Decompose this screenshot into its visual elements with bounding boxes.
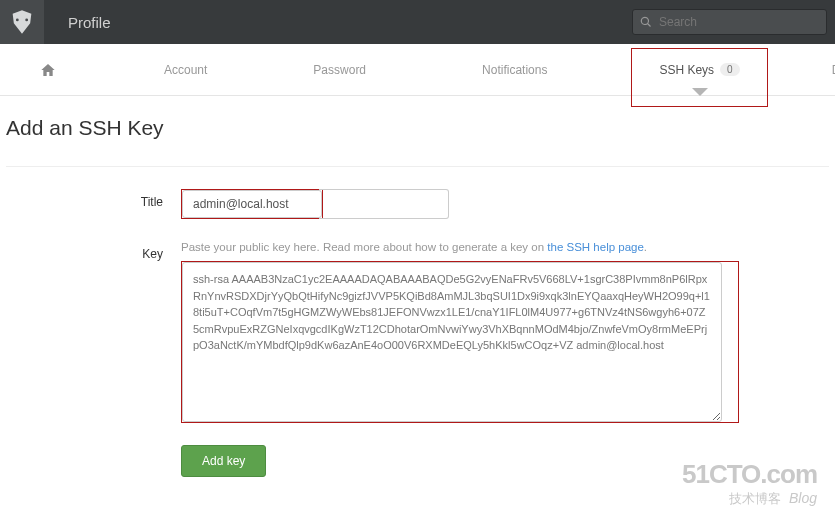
topbar: Profile [0,0,835,44]
watermark: 51CTO.com 技术博客Blog [682,459,817,508]
fox-icon [8,8,36,36]
content: Add an SSH Key Title Key Paste your publ… [0,96,835,519]
row-key: Key Paste your public key here. Read mor… [6,241,829,423]
search-input[interactable] [632,9,827,35]
tab-home[interactable] [0,44,96,95]
ssh-keys-count-badge: 0 [720,63,740,76]
row-title: Title [6,189,829,219]
home-icon [40,62,56,78]
key-textarea[interactable]: ssh-rsa AAAAB3NzaC1yc2EAAAADAQABAAABAQDe… [182,262,722,422]
watermark-sub: 技术博客Blog [682,490,817,508]
highlight-box: ssh-rsa AAAAB3NzaC1yc2EAAAADAQABAAABAQDe… [181,261,739,423]
tabs: Account Password Notifications SSH Keys … [0,44,835,96]
search-icon [640,16,652,28]
tab-account[interactable]: Account [136,44,235,95]
key-help-text: Paste your public key here. Read more ab… [181,241,739,253]
highlight-box [181,189,323,219]
add-key-button[interactable]: Add key [181,445,266,477]
search-wrap [632,9,827,35]
app-logo[interactable] [0,0,44,44]
divider [6,166,829,167]
key-label: Key [6,241,181,423]
tab-ssh-keys[interactable]: SSH Keys 0 [625,44,773,95]
ssh-help-link[interactable]: the SSH help page [547,241,644,253]
page-heading: Add an SSH Key [6,116,829,140]
tab-ssh-keys-label: SSH Keys [659,63,714,77]
title-input-extension[interactable] [319,189,449,219]
tab-design[interactable]: Design [804,44,835,95]
tab-password[interactable]: Password [285,44,394,95]
title-label: Title [6,189,181,219]
watermark-main: 51CTO.com [682,459,817,490]
page-title-header: Profile [68,14,111,31]
tab-notifications[interactable]: Notifications [454,44,575,95]
title-input[interactable] [182,190,322,218]
